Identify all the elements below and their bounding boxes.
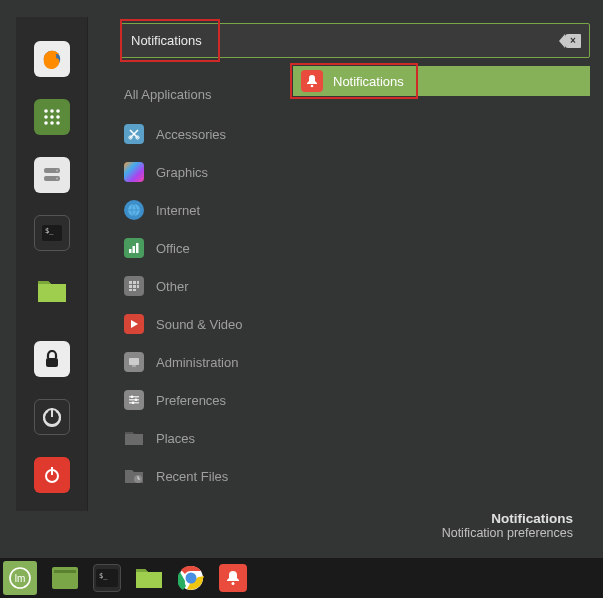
apps-icon <box>43 108 61 126</box>
svg-rect-37 <box>129 396 139 398</box>
firefox-icon <box>41 48 63 70</box>
svg-point-42 <box>132 401 135 404</box>
logout-button[interactable] <box>34 399 70 435</box>
globe-icon <box>124 200 144 220</box>
svg-rect-31 <box>133 285 136 288</box>
bell-icon <box>225 570 241 586</box>
category-recent[interactable]: Recent Files <box>124 457 324 495</box>
clear-search-button[interactable]: × <box>565 34 581 48</box>
close-icon: × <box>570 35 576 46</box>
taskbar-chrome[interactable] <box>177 564 205 592</box>
category-accessories[interactable]: Accessories <box>124 115 324 153</box>
disks-icon <box>42 165 62 185</box>
taskbar-show-desktop[interactable] <box>51 564 79 592</box>
svg-rect-36 <box>132 365 136 367</box>
start-menu-button[interactable]: lm <box>3 561 37 595</box>
svg-point-7 <box>44 121 48 125</box>
category-label: Places <box>156 431 195 446</box>
recent-icon <box>124 466 144 486</box>
svg-rect-18 <box>51 408 53 417</box>
svg-point-41 <box>135 398 138 401</box>
svg-rect-32 <box>137 285 139 288</box>
result-label: Notifications <box>333 74 404 89</box>
category-office[interactable]: Office <box>124 229 324 267</box>
chrome-icon <box>178 565 204 591</box>
grid-icon <box>124 276 144 296</box>
svg-rect-38 <box>129 399 139 401</box>
category-label: Graphics <box>156 165 208 180</box>
category-label: Recent Files <box>156 469 228 484</box>
svg-text:$_: $_ <box>45 227 54 235</box>
show-desktop-icon <box>52 567 78 589</box>
scissors-icon <box>124 124 144 144</box>
power-icon <box>43 466 61 484</box>
svg-text:lm: lm <box>15 573 26 584</box>
svg-point-40 <box>131 395 134 398</box>
svg-point-5 <box>50 115 54 119</box>
tooltip-subtitle: Notification preferences <box>442 526 573 540</box>
category-label: Administration <box>156 355 238 370</box>
logout-icon <box>42 407 62 427</box>
play-icon <box>124 314 144 334</box>
favorite-firefox[interactable] <box>34 41 70 77</box>
category-label: Sound & Video <box>156 317 243 332</box>
svg-rect-48 <box>54 570 76 573</box>
taskbar-notifications[interactable] <box>219 564 247 592</box>
office-icon <box>124 238 144 258</box>
svg-point-1 <box>44 109 48 113</box>
svg-point-2 <box>50 109 54 113</box>
favorite-disks[interactable] <box>34 157 70 193</box>
category-label: Other <box>156 279 189 294</box>
lock-button[interactable] <box>34 341 70 377</box>
start-icon: lm <box>8 566 32 590</box>
favorites-sidebar: $_ <box>16 17 88 511</box>
svg-point-3 <box>56 109 60 113</box>
category-places[interactable]: Places <box>124 419 324 457</box>
favorite-apps[interactable] <box>34 99 70 135</box>
svg-point-8 <box>50 121 54 125</box>
taskbar-terminal[interactable]: $_ <box>93 564 121 592</box>
taskbar-files[interactable] <box>135 564 163 592</box>
svg-rect-28 <box>133 281 136 284</box>
category-label: Office <box>156 241 190 256</box>
taskbar: lm $_ <box>0 558 603 598</box>
svg-point-9 <box>56 121 60 125</box>
categories-list: All Applications Accessories Graphics In… <box>124 79 324 495</box>
category-label: All Applications <box>124 87 211 102</box>
svg-rect-29 <box>137 281 139 284</box>
svg-point-4 <box>44 115 48 119</box>
lock-icon <box>44 350 60 368</box>
result-notifications[interactable]: Notifications <box>293 66 590 96</box>
terminal-icon: $_ <box>96 569 118 587</box>
category-label: Internet <box>156 203 200 218</box>
category-internet[interactable]: Internet <box>124 191 324 229</box>
menu-main: × All Applications Accessories Graphics … <box>88 17 603 511</box>
category-other[interactable]: Other <box>124 267 324 305</box>
category-graphics[interactable]: Graphics <box>124 153 324 191</box>
tooltip-title: Notifications <box>442 511 573 526</box>
results-list: Notifications <box>293 66 590 96</box>
svg-point-54 <box>232 582 235 585</box>
category-label: Accessories <box>156 127 226 142</box>
category-preferences[interactable]: Preferences <box>124 381 324 419</box>
svg-rect-26 <box>136 243 139 253</box>
search-field-wrap: × <box>120 23 590 58</box>
terminal-icon: $_ <box>42 225 62 241</box>
favorite-terminal[interactable]: $_ <box>34 215 70 251</box>
svg-rect-33 <box>129 289 132 291</box>
svg-point-12 <box>56 170 58 172</box>
category-sound-video[interactable]: Sound & Video <box>124 305 324 343</box>
power-button[interactable] <box>34 457 70 493</box>
svg-rect-35 <box>129 358 139 365</box>
bell-icon <box>301 70 323 92</box>
svg-rect-20 <box>51 467 53 475</box>
graphics-icon <box>124 162 144 182</box>
svg-text:$_: $_ <box>99 572 108 580</box>
favorite-files[interactable] <box>34 273 70 309</box>
files-icon <box>135 566 163 590</box>
category-administration[interactable]: Administration <box>124 343 324 381</box>
admin-icon <box>124 352 144 372</box>
svg-rect-25 <box>133 246 136 253</box>
search-input[interactable] <box>121 24 565 57</box>
svg-point-13 <box>56 178 58 180</box>
